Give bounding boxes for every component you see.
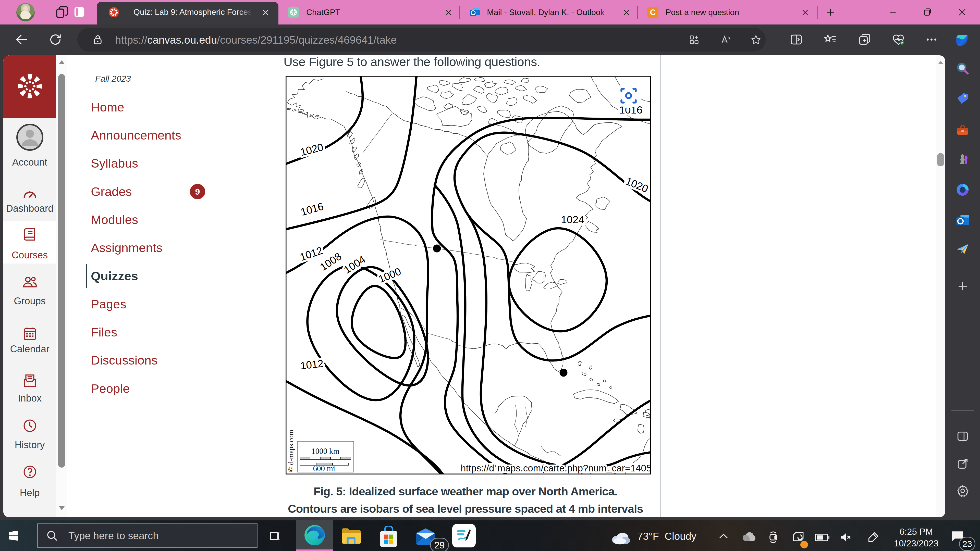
svg-text:1024: 1024: [561, 214, 584, 225]
svg-text:https://d-maps.com/carte.php?n: https://d-maps.com/carte.php?num_car=140…: [461, 463, 651, 473]
svg-text:600 mi: 600 mi: [313, 464, 335, 473]
svg-text:1000 km: 1000 km: [311, 447, 339, 456]
svg-text:1012: 1012: [300, 358, 324, 372]
svg-text:© d-maps.com: © d-maps.com: [287, 430, 295, 472]
